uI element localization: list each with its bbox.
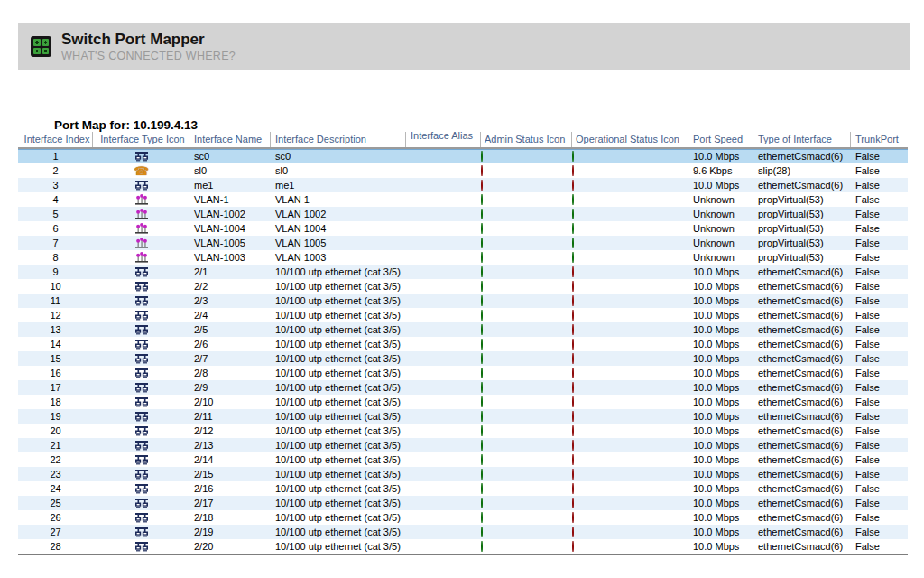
- admin-status-cell: [481, 238, 572, 248]
- table-row[interactable]: 25 2/17 10/100 utp ethernet (cat 3/5) 10…: [18, 496, 908, 510]
- operational-status-cell: [572, 281, 688, 292]
- port-speed-cell: 10.0 Mbps: [688, 281, 753, 292]
- trunkport-cell: False: [851, 382, 908, 393]
- table-row[interactable]: 16 2/8 10/100 utp ethernet (cat 3/5) 10.…: [18, 366, 908, 380]
- column-header-trunkport[interactable]: TrunkPort: [851, 132, 908, 147]
- operational-status-icon: [572, 238, 574, 248]
- table-row[interactable]: 21 2/13 10/100 utp ethernet (cat 3/5) 10…: [18, 438, 908, 452]
- table-row[interactable]: 1 sc0 sc0 10.0 Mbps ethernetCsmacd(6) Fa…: [18, 149, 908, 163]
- port-speed-cell: 10.0 Mbps: [688, 368, 753, 378]
- interface-description-cell: 10/100 utp ethernet (cat 3/5): [271, 266, 406, 277]
- port-speed-cell: 10.0 Mbps: [688, 353, 753, 364]
- operational-status-icon: [572, 512, 574, 523]
- column-header-type-of-interface[interactable]: Type of Interface: [753, 132, 851, 147]
- table-row[interactable]: 13 2/5 10/100 utp ethernet (cat 3/5) 10.…: [18, 322, 908, 337]
- ethernet-interface-icon: [134, 453, 149, 466]
- column-header-port-speed[interactable]: Port Speed: [688, 132, 753, 147]
- trunkport-cell: False: [851, 512, 908, 523]
- admin-status-icon: [481, 527, 483, 537]
- interface-type-icon-cell: [93, 222, 189, 235]
- table-row[interactable]: 19 2/11 10/100 utp ethernet (cat 3/5) 10…: [18, 409, 908, 424]
- operational-status-cell: [572, 252, 688, 263]
- table-row[interactable]: 11 2/3 10/100 utp ethernet (cat 3/5) 10.…: [18, 294, 908, 308]
- operational-status-cell: [572, 454, 688, 465]
- column-header-interface-description[interactable]: Interface Description: [271, 132, 406, 147]
- interface-type-icon-cell: [93, 497, 189, 509]
- operational-status-cell: [572, 238, 688, 248]
- column-header-interface-type-icon[interactable]: Interface Type Icon: [93, 132, 189, 147]
- interface-index-cell: 11: [18, 295, 93, 306]
- table-row[interactable]: 10 2/2 10/100 utp ethernet (cat 3/5) 10.…: [18, 279, 908, 294]
- interface-index-cell: 9: [18, 266, 93, 277]
- admin-status-icon: [481, 180, 483, 191]
- trunkport-cell: False: [851, 209, 908, 219]
- trunkport-cell: False: [851, 252, 908, 263]
- port-speed-cell: 10.0 Mbps: [688, 512, 753, 523]
- table-row[interactable]: 12 2/4 10/100 utp ethernet (cat 3/5) 10.…: [18, 308, 908, 322]
- table-row[interactable]: 15 2/7 10/100 utp ethernet (cat 3/5) 10.…: [18, 351, 908, 366]
- table-row[interactable]: 22 2/14 10/100 utp ethernet (cat 3/5) 10…: [18, 452, 908, 467]
- port-speed-cell: 10.0 Mbps: [688, 324, 753, 335]
- table-row[interactable]: 2 ☎ sl0 sl0 9.6 Kbps slip(28) False: [18, 163, 908, 178]
- table-row[interactable]: 18 2/10 10/100 utp ethernet (cat 3/5) 10…: [18, 395, 908, 409]
- operational-status-icon: [572, 281, 574, 292]
- admin-status-icon: [481, 238, 483, 248]
- admin-status-icon: [481, 209, 483, 219]
- operational-status-icon: [572, 368, 574, 378]
- interface-type-icon-cell: [93, 396, 189, 408]
- port-speed-cell: 10.0 Mbps: [688, 498, 753, 508]
- table-row[interactable]: 17 2/9 10/100 utp ethernet (cat 3/5) 10.…: [18, 380, 908, 395]
- interface-description-cell: VLAN 1003: [271, 252, 406, 263]
- table-row[interactable]: 23 2/15 10/100 utp ethernet (cat 3/5) 10…: [18, 467, 908, 481]
- interface-index-cell: 7: [18, 238, 93, 248]
- interface-type-icon-cell: [93, 237, 189, 249]
- table-row[interactable]: 14 2/6 10/100 utp ethernet (cat 3/5) 10.…: [18, 337, 908, 351]
- interface-description-cell: 10/100 utp ethernet (cat 3/5): [271, 411, 406, 422]
- column-header-interface-name[interactable]: Interface Name: [189, 132, 271, 147]
- admin-status-cell: [481, 209, 572, 219]
- table-row[interactable]: 8 VLAN-1003 VLAN 1003 Unknown propVirtua…: [18, 250, 908, 265]
- operational-status-cell: [572, 339, 688, 350]
- ethernet-interface-icon: [134, 179, 149, 191]
- column-header-interface-alias[interactable]: Interface Alias: [406, 132, 481, 147]
- interface-index-cell: 2: [18, 165, 93, 176]
- admin-status-cell: [481, 382, 572, 393]
- interface-name-cell: 2/4: [189, 310, 271, 321]
- column-header-interface-index[interactable]: Interface Index: [18, 132, 93, 147]
- vlan-icon: [134, 251, 149, 264]
- table-row[interactable]: 4 VLAN-1 VLAN 1 Unknown propVirtual(53) …: [18, 192, 908, 207]
- admin-status-cell: [481, 512, 572, 523]
- operational-status-cell: [572, 498, 688, 508]
- type-of-interface-cell: ethernetCsmacd(6): [753, 469, 851, 480]
- ethernet-interface-icon: [134, 424, 149, 437]
- operational-status-icon: [572, 541, 574, 552]
- interface-name-cell: 2/13: [189, 440, 271, 451]
- port-speed-cell: 10.0 Mbps: [688, 440, 753, 451]
- interface-index-cell: 5: [18, 209, 93, 219]
- table-row[interactable]: 26 2/18 10/100 utp ethernet (cat 3/5) 10…: [18, 510, 908, 525]
- admin-status-cell: [481, 281, 572, 292]
- table-row[interactable]: 27 2/19 10/100 utp ethernet (cat 3/5) 10…: [18, 525, 908, 539]
- table-row[interactable]: 9 2/1 10/100 utp ethernet (cat 3/5) 10.0…: [18, 265, 908, 279]
- interface-index-cell: 19: [18, 411, 93, 422]
- port-speed-cell: 10.0 Mbps: [688, 483, 753, 494]
- table-row[interactable]: 5 VLAN-1002 VLAN 1002 Unknown propVirtua…: [18, 207, 908, 221]
- table-row[interactable]: 28 2/20 10/100 utp ethernet (cat 3/5) 10…: [18, 539, 908, 554]
- ethernet-interface-icon: [134, 526, 149, 538]
- port-speed-cell: Unknown: [688, 223, 753, 234]
- port-speed-cell: 10.0 Mbps: [688, 339, 753, 350]
- interface-index-cell: 17: [18, 382, 93, 393]
- table-row[interactable]: 3 me1 me1 10.0 Mbps ethernetCsmacd(6) Fa…: [18, 178, 908, 192]
- port-speed-cell: 10.0 Mbps: [688, 425, 753, 436]
- column-header-operational-status-icon[interactable]: Operational Status Icon: [572, 132, 688, 147]
- admin-status-icon: [481, 440, 483, 451]
- table-row[interactable]: 20 2/12 10/100 utp ethernet (cat 3/5) 10…: [18, 424, 908, 438]
- table-header-row: Interface Index Interface Type Icon Inte…: [18, 131, 908, 149]
- table-row[interactable]: 7 VLAN-1005 VLAN 1005 Unknown propVirtua…: [18, 236, 908, 250]
- table-row[interactable]: 24 2/16 10/100 utp ethernet (cat 3/5) 10…: [18, 481, 908, 496]
- interface-type-icon-cell: [93, 424, 189, 437]
- column-header-admin-status-icon[interactable]: Admin Status Icon: [481, 132, 572, 147]
- operational-status-icon: [572, 339, 574, 350]
- table-row[interactable]: 6 VLAN-1004 VLAN 1004 Unknown propVirtua…: [18, 221, 908, 236]
- interface-description-cell: VLAN 1002: [271, 209, 406, 219]
